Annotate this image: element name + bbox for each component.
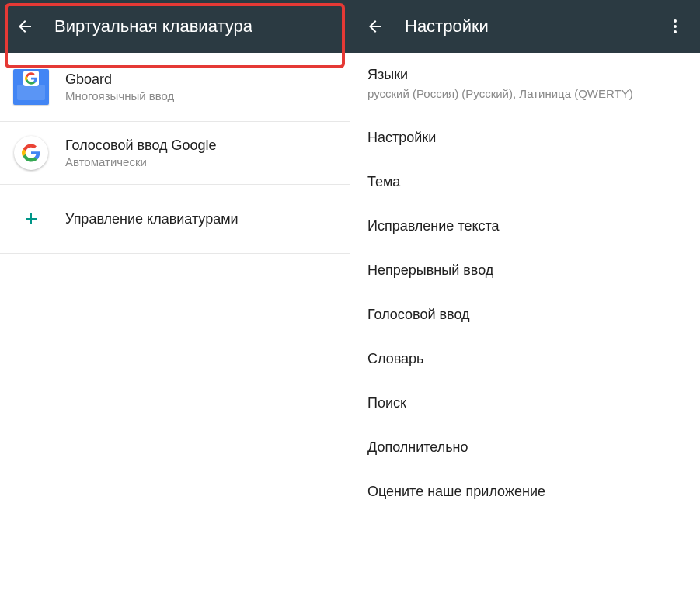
settings-item-title: Языки	[367, 67, 683, 83]
left-list: Gboard Многоязычный ввод Голосовой ввод …	[0, 53, 350, 597]
overflow-menu-button[interactable]	[660, 11, 691, 42]
plus-icon	[12, 200, 50, 238]
settings-item-title: Поиск	[367, 395, 683, 411]
settings-item-title: Тема	[367, 174, 683, 190]
settings-item-languages[interactable]: Языки русский (Россия) (Русский), Латини…	[350, 53, 700, 116]
settings-item-advanced[interactable]: Дополнительно	[350, 425, 700, 470]
settings-item-dictionary[interactable]: Словарь	[350, 337, 700, 381]
gboard-title: Gboard	[65, 71, 174, 88]
settings-pane: Настройки Языки русский (Россия) (Русски…	[350, 0, 700, 597]
right-title: Настройки	[405, 16, 660, 36]
keyboard-item-google-voice[interactable]: Голосовой ввод Google Автоматически	[0, 122, 350, 185]
right-appbar: Настройки	[350, 0, 700, 53]
gboard-sub: Многоязычный ввод	[65, 89, 174, 102]
virtual-keyboard-pane: Виртуальная клавиатура Gboard Многоязычн…	[0, 0, 350, 597]
google-voice-title: Голосовой ввод Google	[65, 137, 217, 154]
svg-point-0	[674, 19, 677, 23]
back-arrow-icon	[366, 17, 385, 36]
settings-item-title: Исправление текста	[367, 218, 683, 234]
back-button[interactable]	[9, 11, 40, 42]
manage-keyboards-label: Управление клавиатурами	[65, 211, 239, 227]
back-button-right[interactable]	[360, 11, 391, 42]
google-voice-icon	[12, 134, 50, 172]
settings-item-rate-app[interactable]: Оцените наше приложение	[350, 470, 700, 514]
settings-item-preferences[interactable]: Настройки	[350, 116, 700, 160]
settings-item-sub: русский (Россия) (Русский), Латиница (QW…	[367, 86, 683, 102]
settings-item-title: Настройки	[367, 130, 683, 146]
left-title: Виртуальная клавиатура	[54, 16, 340, 36]
settings-item-title: Голосовой ввод	[367, 307, 683, 323]
manage-keyboards[interactable]: Управление клавиатурами	[0, 185, 350, 254]
settings-list: Языки русский (Россия) (Русский), Латини…	[350, 53, 700, 597]
settings-item-theme[interactable]: Тема	[350, 160, 700, 204]
more-vert-icon	[666, 17, 684, 36]
gboard-icon	[12, 68, 50, 106]
left-appbar: Виртуальная клавиатура	[0, 0, 350, 53]
settings-item-title: Оцените наше приложение	[367, 484, 683, 500]
google-voice-sub: Автоматически	[65, 155, 217, 168]
settings-item-voice-typing[interactable]: Голосовой ввод	[350, 293, 700, 337]
svg-point-2	[674, 30, 677, 33]
settings-item-text-correction[interactable]: Исправление текста	[350, 204, 700, 248]
back-arrow-icon	[16, 17, 34, 36]
settings-item-title: Непрерывный ввод	[367, 262, 683, 279]
settings-item-glide-typing[interactable]: Непрерывный ввод	[350, 248, 700, 293]
svg-point-1	[674, 25, 677, 28]
settings-item-title: Дополнительно	[367, 439, 683, 456]
keyboard-item-gboard[interactable]: Gboard Многоязычный ввод	[0, 53, 350, 122]
settings-item-title: Словарь	[367, 351, 683, 367]
settings-item-search[interactable]: Поиск	[350, 381, 700, 425]
